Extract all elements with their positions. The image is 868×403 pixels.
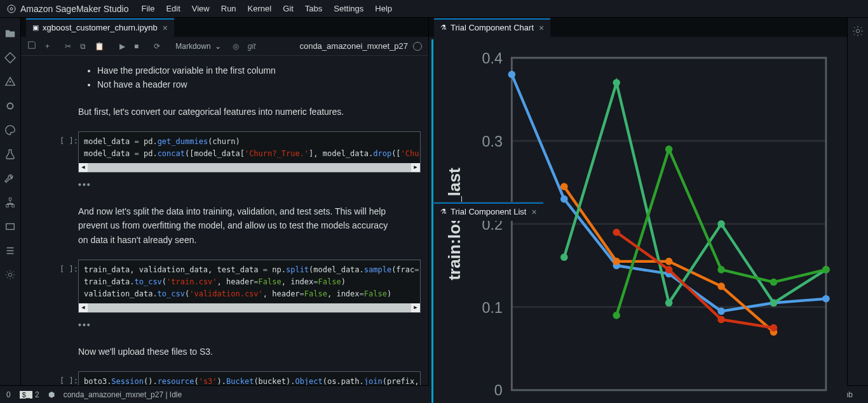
commands-icon[interactable] [4,94,16,118]
cell-prompt: [ ]: [46,131,78,172]
palette-icon[interactable] [4,118,16,142]
cell-collapse-icon[interactable]: ••• [78,178,421,192]
copy-button[interactable]: ⧉ [80,42,86,51]
svg-point-42 [665,299,673,307]
notebook-body[interactable]: Have the predictor variable in the first… [21,56,428,385]
svg-point-4 [8,103,13,109]
menu-help[interactable]: Help [375,4,392,13]
add-cell-button[interactable]: + [45,42,50,51]
markdown-cell: Now we'll upload these files to S3. [46,345,421,359]
notebook-icon: ▣ [32,23,39,32]
cell-collapse-icon[interactable]: ••• [78,318,421,332]
tabs-icon[interactable] [4,215,16,239]
tab-label: Trial Component Chart [451,23,534,32]
svg-point-49 [770,279,778,286]
property-inspector-icon[interactable] [852,25,864,39]
svg-point-53 [717,316,725,324]
svg-point-50 [822,266,830,274]
launcher-button[interactable]: ◎ [233,42,239,51]
sb-kernel[interactable]: conda_amazonei_mxnet_p27 | Idle [64,390,182,399]
markdown-cell: And now let's split the data into traini… [46,204,421,247]
code-input[interactable]: train_data, validation_data, test_data =… [78,260,421,313]
kernel-name[interactable]: conda_amazonei_mxnet_p27 [299,41,408,51]
svg-point-36 [613,258,620,265]
cell-type-selector[interactable]: Markdown⌄ [175,42,220,51]
code-cell[interactable]: [ ]: boto3.Session().resource('s3').Buck… [46,371,421,385]
menu-tabs[interactable]: Tabs [305,4,322,13]
close-icon[interactable]: × [531,207,536,217]
h-scrollbar[interactable]: ◀▶ [79,163,420,172]
svg-point-51 [613,228,620,236]
close-icon[interactable]: × [163,23,168,33]
sb-instance-icon[interactable]: ⬢ [48,390,55,399]
experiment-icon[interactable] [4,142,16,166]
svg-text:3: 3 [656,400,674,403]
svg-point-32 [717,308,725,315]
svg-point-0 [8,5,15,13]
sb-errors[interactable]: 0 [6,390,11,399]
restart-button[interactable]: ⟳ [154,42,160,51]
wrench-icon[interactable] [4,166,16,190]
running-icon[interactable] [4,70,16,94]
run-button[interactable]: ▶ [119,42,125,51]
close-icon[interactable]: × [539,23,544,33]
flask-icon: ⚗ [440,23,447,32]
md-bullet: Have the predictor variable in the first… [97,63,421,77]
svg-point-1 [10,8,13,10]
menu-run[interactable]: Run [221,4,236,13]
trial-chart: 00.10.20.30.40123456periodtrain:loss_las… [438,39,844,403]
svg-text:0: 0 [499,400,517,403]
chart-panel: ⚗ Trial Component Chart × 00.10.20.30.40… [429,18,847,202]
code-cell[interactable]: [ ]: model_data = pd.get_dummies(churn) … [46,131,421,172]
left-activity-bar [0,18,21,385]
cell-prompt: [ ]: [46,260,78,313]
list-tab[interactable]: ⚗ Trial Component List × [434,202,543,221]
menu-git[interactable]: Git [283,4,294,13]
folder-icon[interactable] [4,22,16,46]
svg-point-9 [8,273,11,276]
svg-point-43 [717,220,725,228]
code-input[interactable]: model_data = pd.get_dummies(churn) model… [78,131,421,172]
svg-rect-5 [9,198,11,201]
paste-button[interactable]: 📋 [95,42,104,51]
svg-point-34 [822,295,830,303]
menu-edit[interactable]: Edit [166,4,180,13]
network-icon[interactable] [4,190,16,215]
sb-terminals[interactable]: $_2 [20,390,39,399]
menu-kernel[interactable]: Kernel [248,4,272,13]
svg-text:4: 4 [709,400,727,403]
code-input[interactable]: boto3.Session().resource('s3').Bucket(bu… [78,371,421,385]
tab-label: Trial Component List [451,207,526,216]
sagemaker-icon [6,4,17,14]
svg-point-29 [560,195,568,203]
menu-view[interactable]: View [192,4,210,13]
svg-rect-7 [12,205,15,208]
svg-text:2: 2 [604,400,622,403]
git-label[interactable]: git [248,42,256,51]
save-button[interactable] [27,41,36,51]
top-menu-bar: Amazon SageMaker Studio File Edit View R… [0,0,868,18]
menu-settings[interactable]: Settings [334,4,363,13]
stop-button[interactable]: ■ [134,42,139,51]
markdown-cell: Have the predictor variable in the first… [46,63,421,119]
toc-icon[interactable] [4,239,16,263]
svg-text:train:loss_last: train:loss_last [445,168,464,281]
code-cell[interactable]: [ ]: train_data, validation_data, test_d… [46,260,421,313]
svg-point-37 [665,258,673,265]
menu-file[interactable]: File [141,4,154,13]
svg-point-28 [508,70,516,78]
chart-accent-bar [431,39,438,403]
git-icon[interactable] [4,46,16,70]
svg-text:0.3: 0.3 [482,133,502,150]
cut-button[interactable]: ✂ [65,42,71,51]
extensions-icon[interactable] [4,263,16,287]
svg-point-38 [717,282,725,290]
chart-tab[interactable]: ⚗ Trial Component Chart × [434,18,550,37]
h-scrollbar[interactable]: ◀▶ [79,303,420,312]
svg-point-48 [717,266,725,274]
svg-rect-8 [6,224,15,230]
app-logo: Amazon SageMaker Studio [6,4,128,14]
notebook-tab[interactable]: ▣ xgboost_customer_churn.ipynb × [26,18,174,37]
chart-tab-bar: ⚗ Trial Component Chart × [429,18,847,37]
flask-icon: ⚗ [440,208,447,216]
